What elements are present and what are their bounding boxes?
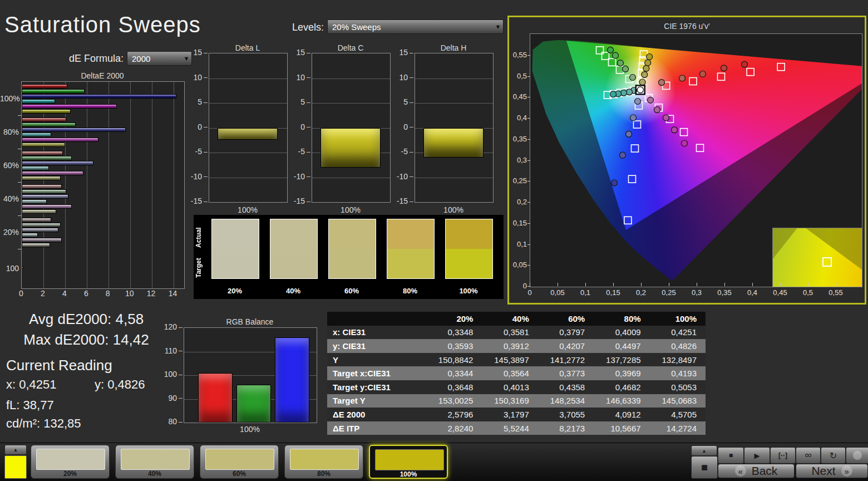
measured-marker-red: [742, 61, 748, 67]
value-cell: 0,3797: [538, 327, 594, 337]
patch-button-100%[interactable]: 100%: [369, 445, 448, 479]
actual-swatch: [387, 219, 434, 249]
x-axis-category-label: 100%: [415, 205, 492, 214]
row-label-cell: Target x:CIE31: [327, 369, 426, 378]
back-button-label: Back: [752, 464, 778, 478]
measure-icon: [··]: [778, 451, 787, 459]
deltae-bar: [22, 189, 66, 194]
measured-marker-yellow: [643, 65, 649, 71]
deltae-bar: [22, 132, 51, 137]
x-axis-tick-label: 0,35: [714, 288, 734, 297]
measured-marker-cyan: [621, 90, 627, 96]
target-marker: [822, 257, 832, 267]
levels-dropdown[interactable]: 20% Sweeps ▼: [327, 19, 504, 34]
axis-tick: [204, 53, 208, 53]
y-axis-tick-label: 90: [160, 394, 177, 403]
axis-tick: [669, 283, 669, 286]
patch-button-80%[interactable]: 80%: [284, 445, 363, 479]
axis-tick: [527, 286, 530, 287]
value-cell: 0,4682: [594, 382, 649, 392]
x-axis-tick-label: 6: [80, 289, 93, 298]
continuous-measure-button[interactable]: ∞: [796, 447, 821, 464]
current-x-reading: x: 0,4251: [6, 377, 57, 392]
transport-up-button[interactable]: ▲: [691, 445, 717, 456]
x-axis-tick-label: 0,05: [548, 288, 568, 297]
single-measure-button[interactable]: [··]: [770, 447, 796, 464]
y-axis-tick-label: -5: [183, 147, 202, 156]
stop-button[interactable]: ■: [718, 447, 744, 464]
stop-large-button[interactable]: ■: [691, 456, 718, 479]
target-marker-blue: [624, 217, 632, 224]
x-axis-tick-label: 0,2: [631, 288, 651, 297]
deltae-bar: [22, 218, 51, 222]
x-axis-tick-label: 0,45: [770, 288, 790, 297]
value-cell: 0,4826: [650, 341, 706, 351]
y-axis-tick-label: 0,1: [509, 240, 527, 248]
axis-tick: [527, 244, 530, 245]
axis-tick: [613, 283, 614, 286]
axis-tick: [179, 327, 183, 328]
rgb-bar-green: [236, 385, 271, 423]
y-axis-tick-label: 10: [389, 73, 408, 82]
delta-h-title: Delta H: [415, 43, 492, 52]
play-button[interactable]: ▶: [744, 447, 770, 464]
x-axis-tick-label: 0,25: [659, 288, 679, 297]
page-title: Saturation Sweeps: [4, 12, 201, 37]
axis-tick: [558, 283, 558, 286]
measured-marker-blue: [626, 131, 632, 137]
value-cell: 137,7285: [594, 355, 649, 365]
target-marker-blue: [632, 145, 639, 152]
value-cell: 146,6339: [594, 396, 649, 405]
measured-marker-blue: [630, 115, 637, 121]
value-cell: 5,5244: [482, 424, 537, 433]
delta-bar: [423, 128, 484, 158]
value-cell: 0,4207: [538, 341, 594, 351]
patch-button-20%[interactable]: 20%: [31, 445, 110, 479]
levels-label: Levels:: [256, 22, 324, 33]
swatch-level-label: 60%: [328, 287, 375, 295]
value-cell: 4,5705: [650, 410, 706, 419]
back-button[interactable]: « Back: [718, 464, 795, 478]
patch-label: 80%: [285, 470, 363, 478]
deltae-bar: [22, 151, 63, 155]
refresh-button[interactable]: ↻: [821, 447, 846, 464]
value-cell: 0,3969: [594, 369, 649, 378]
value-cell: 0,4251: [650, 327, 706, 337]
y-axis-tick-label: 0,5: [509, 72, 527, 80]
white-point-measured-marker: [637, 87, 643, 93]
axis-tick: [527, 160, 530, 161]
value-cell: 0,3564: [482, 369, 537, 378]
y-axis-tick-label: 0,45: [509, 92, 527, 101]
axis-tick: [527, 55, 530, 56]
gridline: [312, 78, 390, 79]
axis-tick: [585, 283, 586, 286]
patch-button-60%[interactable]: 60%: [200, 445, 279, 479]
status-button[interactable]: [846, 447, 868, 464]
x-axis-tick-label: 0,1: [575, 288, 595, 297]
value-cell: 132,8497: [650, 355, 706, 365]
target-marker-magenta: [697, 144, 704, 151]
stop-icon: ■: [729, 451, 733, 459]
rgb-bar-red: [198, 373, 233, 423]
axis-tick: [204, 152, 208, 153]
value-cell: 145,3897: [482, 355, 537, 365]
axis-tick: [527, 97, 530, 97]
next-button[interactable]: Next »: [796, 464, 868, 478]
x-axis-tick-label: 8: [101, 289, 115, 298]
group-label: 60%: [0, 161, 19, 170]
target-marker-green: [596, 47, 604, 54]
value-cell: 0,3348: [426, 327, 482, 337]
value-cell: 0,3581: [482, 327, 537, 337]
patch-swatch: [205, 449, 274, 470]
scroll-up-button[interactable]: ▲: [4, 445, 27, 455]
target-swatch: [446, 249, 492, 278]
value-cell: 0,3648: [426, 382, 482, 392]
cie-diagram-panel[interactable]: CIE 1976 u'v' 00,050,10,150,20,250,30,35…: [507, 16, 866, 305]
de-formula-dropdown[interactable]: 2000 ▼: [127, 51, 192, 66]
y-axis-tick-label: -5: [286, 147, 305, 156]
measured-marker-yellow: [647, 54, 653, 60]
y-axis-tick-label: -10: [286, 172, 305, 181]
patch-button-40%[interactable]: 40%: [115, 445, 194, 479]
axis-tick: [204, 77, 208, 78]
y-axis-tick-label: 100: [160, 370, 177, 379]
